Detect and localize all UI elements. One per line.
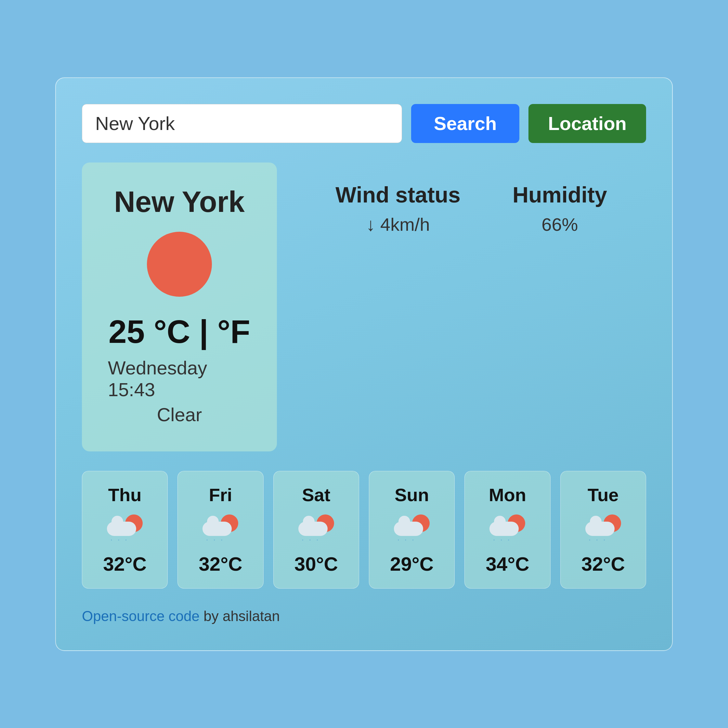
forecast-icon: · · · <box>298 514 334 544</box>
wind-value: ↓ 4km/h <box>366 214 430 235</box>
forecast-day: Sun <box>395 484 429 505</box>
forecast-temp: 34°C <box>486 553 529 575</box>
wind-status: Wind status ↓ 4km/h <box>335 182 460 235</box>
forecast-card: Thu · · · 32°C <box>82 471 168 589</box>
forecast-day: Thu <box>108 484 142 505</box>
search-row: Search Location <box>82 104 646 143</box>
forecast-card: Mon · · · 34°C <box>465 471 550 589</box>
forecast-card: Sat · · · 30°C <box>273 471 359 589</box>
forecast-temp: 32°C <box>103 553 147 575</box>
wind-label: Wind status <box>335 182 460 207</box>
humidity-label: Humidity <box>512 182 607 207</box>
city-name: New York <box>114 185 245 219</box>
humidity: Humidity 66% <box>512 182 607 235</box>
search-button[interactable]: Search <box>411 104 519 143</box>
sun-icon <box>147 232 212 297</box>
forecast-temp: 32°C <box>199 553 242 575</box>
footer-suffix: by ahsilatan <box>200 608 280 624</box>
forecast-temp: 30°C <box>294 553 338 575</box>
stats-panel: Wind status ↓ 4km/h Humidity 66% <box>297 162 646 235</box>
temperature: 25 °C | °F <box>109 313 250 350</box>
forecast-icon: · · · <box>394 514 430 544</box>
footer: Open-source code by ahsilatan <box>82 608 646 624</box>
forecast-row: Thu · · · 32°C Fri · · · 32°C Sat · · · <box>82 471 646 589</box>
main-content: New York 25 °C | °F Wednesday 15:43 Clea… <box>82 162 646 451</box>
forecast-icon: · · · <box>585 514 621 544</box>
humidity-value: 66% <box>541 214 578 235</box>
forecast-day: Fri <box>209 484 232 505</box>
forecast-card: Sun · · · 29°C <box>369 471 455 589</box>
datetime: Wednesday 15:43 <box>108 357 251 401</box>
location-button[interactable]: Location <box>528 104 646 143</box>
open-source-link[interactable]: Open-source code <box>82 608 200 624</box>
forecast-temp: 29°C <box>390 553 434 575</box>
forecast-card: Fri · · · 32°C <box>177 471 263 589</box>
forecast-day: Mon <box>489 484 526 505</box>
forecast-temp: 32°C <box>581 553 625 575</box>
forecast-card: Tue · · · 32°C <box>560 471 646 589</box>
condition: Clear <box>157 404 202 425</box>
forecast-icon: · · · <box>107 514 143 544</box>
app-window: Search Location New York 25 °C | °F Wedn… <box>55 77 673 651</box>
forecast-day: Tue <box>587 484 618 505</box>
forecast-icon: · · · <box>489 514 525 544</box>
forecast-day: Sat <box>302 484 330 505</box>
search-input[interactable] <box>82 104 402 143</box>
current-weather-card: New York 25 °C | °F Wednesday 15:43 Clea… <box>82 162 277 451</box>
forecast-icon: · · · <box>202 514 238 544</box>
